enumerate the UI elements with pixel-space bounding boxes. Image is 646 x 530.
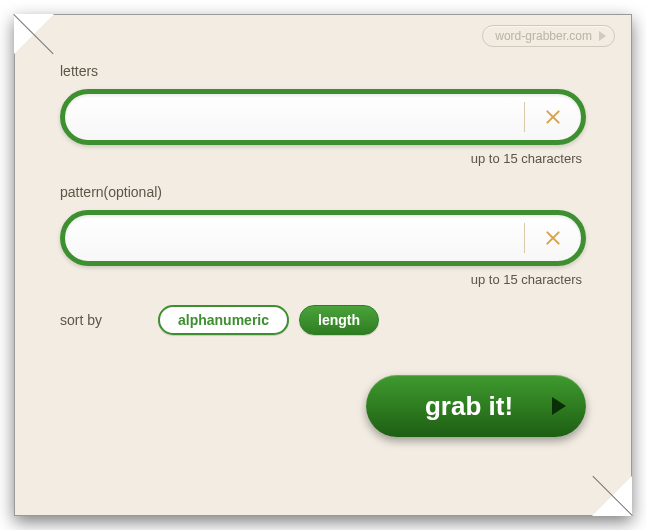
sort-label: sort by	[60, 312, 130, 328]
letters-field[interactable]	[60, 89, 586, 145]
sort-option-length[interactable]: length	[299, 305, 379, 335]
letters-input[interactable]	[89, 94, 531, 140]
sort-row: sort by alphanumeric length	[60, 305, 586, 335]
sort-option-alphanumeric[interactable]: alphanumeric	[158, 305, 289, 335]
form-card: word-grabber.com letters up to 15 charac…	[14, 14, 632, 516]
brand-label: word-grabber.com	[495, 29, 592, 43]
form-content: letters up to 15 characters pattern(opti…	[60, 63, 586, 437]
brand-badge[interactable]: word-grabber.com	[482, 25, 615, 47]
pattern-field[interactable]	[60, 210, 586, 266]
letters-hint: up to 15 characters	[60, 151, 582, 166]
letters-label: letters	[60, 63, 586, 79]
pattern-label: pattern(optional)	[60, 184, 586, 200]
input-divider	[524, 223, 525, 253]
sort-options: alphanumeric length	[158, 305, 379, 335]
chip-label: alphanumeric	[178, 312, 269, 328]
pattern-input[interactable]	[89, 215, 531, 261]
pattern-hint: up to 15 characters	[60, 272, 582, 287]
clear-icon[interactable]	[543, 228, 563, 248]
grab-it-button[interactable]: grab it!	[366, 375, 586, 437]
input-divider	[524, 102, 525, 132]
submit-row: grab it!	[60, 375, 586, 437]
play-icon	[552, 397, 566, 415]
submit-label: grab it!	[425, 391, 513, 422]
chip-label: length	[318, 312, 360, 328]
clear-icon[interactable]	[543, 107, 563, 127]
